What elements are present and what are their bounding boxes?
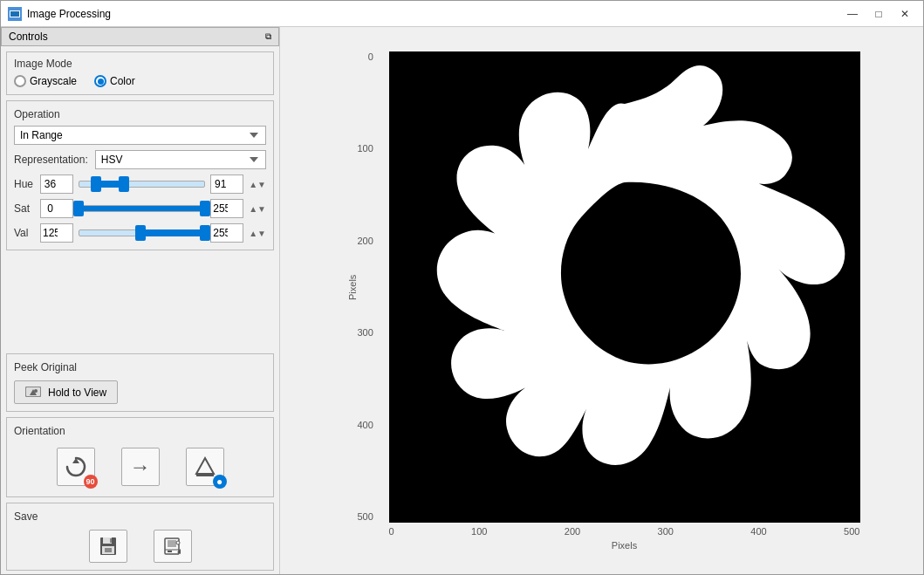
representation-row: Representation: HSV RGB LAB <box>14 150 266 169</box>
x-tick-400: 400 <box>750 526 766 537</box>
peek-label: Peek Original <box>14 361 266 373</box>
window-title: Image Processing <box>27 8 841 20</box>
close-button[interactable]: ✕ <box>893 5 916 23</box>
operation-section: Operation In Range Threshold Edge Detect… <box>6 100 274 250</box>
y-tick-100: 100 <box>358 143 373 154</box>
x-axis-area: 0 100 200 300 400 500 Pixels <box>389 524 860 551</box>
hue-label: Hue <box>14 178 35 190</box>
y-axis-container: Pixels 0 100 200 300 400 500 <box>344 51 387 523</box>
hold-to-view-button[interactable]: Hold to View <box>14 380 118 404</box>
x-tick-0: 0 <box>389 526 394 537</box>
window-controls: — □ ✕ <box>841 5 916 23</box>
controls-collapse-icon[interactable]: ⧉ <box>265 31 271 42</box>
x-tick-300: 300 <box>658 526 674 537</box>
sat-min-input[interactable] <box>40 199 73 218</box>
rotate-badge: 90 <box>84 475 98 489</box>
svg-rect-13 <box>105 548 112 552</box>
x-axis-label: Pixels <box>612 540 637 551</box>
val-min-input[interactable] <box>40 223 73 243</box>
sat-max-input[interactable] <box>210 199 243 218</box>
svg-rect-2 <box>10 11 19 17</box>
grayscale-label: Grayscale <box>30 75 77 87</box>
operation-select[interactable]: In Range Threshold Edge Detection <box>14 126 266 145</box>
x-tick-500: 500 <box>844 526 859 537</box>
title-bar: Image Processing — □ ✕ <box>1 1 923 27</box>
y-tick-500: 500 <box>358 511 373 522</box>
val-row: Val ▲▼ <box>14 223 266 243</box>
controls-title: Controls <box>9 31 48 43</box>
minimize-button[interactable]: — <box>841 5 864 23</box>
svg-rect-16 <box>168 540 176 547</box>
main-window: Image Processing — □ ✕ Controls ⧉ Image … <box>0 0 924 575</box>
x-axis-ticks: 0 100 200 300 400 500 <box>389 524 860 538</box>
save-image-button[interactable] <box>154 530 192 563</box>
window-icon <box>8 7 22 21</box>
hue-slider-track[interactable] <box>79 181 205 188</box>
sat-max-spinner[interactable]: ▲▼ <box>249 204 266 214</box>
svg-point-19 <box>176 541 180 544</box>
val-slider-track[interactable] <box>79 229 205 236</box>
color-radio[interactable]: Color <box>94 75 135 87</box>
peek-icon <box>25 385 41 400</box>
val-max-input[interactable] <box>210 223 243 243</box>
y-tick-200: 200 <box>358 236 373 246</box>
y-tick-0: 0 <box>368 51 373 62</box>
hue-row: Hue ▲▼ <box>14 175 266 194</box>
hold-to-view-label: Hold to View <box>48 387 106 399</box>
peek-section: Peek Original Hold to View <box>6 353 274 412</box>
image-mode-section: Image Mode Grayscale Color <box>6 51 274 95</box>
grayscale-radio[interactable]: Grayscale <box>14 75 77 87</box>
left-panel: Controls ⧉ Image Mode Grayscale Color <box>1 27 280 574</box>
image-mode-label: Image Mode <box>14 58 266 70</box>
save-label: Save <box>14 510 266 523</box>
image-mode-radio-group: Grayscale Color <box>14 75 266 87</box>
y-axis-label: Pixels <box>344 51 358 523</box>
operation-label: Operation <box>14 108 266 120</box>
save-file-button[interactable] <box>89 530 127 563</box>
arrow-icon: → <box>130 455 151 479</box>
save-section: Save <box>6 503 274 571</box>
maximize-button[interactable]: □ <box>867 5 890 23</box>
color-radio-circle <box>94 75 106 87</box>
val-label: Val <box>14 227 35 239</box>
save-buttons <box>14 530 266 563</box>
chart-area: Pixels 0 100 200 300 400 500 <box>344 51 860 551</box>
controls-header: Controls ⧉ <box>1 27 279 46</box>
arrow-button[interactable]: → <box>121 448 160 486</box>
color-label: Color <box>110 75 135 87</box>
main-content: Controls ⧉ Image Mode Grayscale Color <box>1 27 923 574</box>
val-max-spinner[interactable]: ▲▼ <box>249 229 266 238</box>
representation-label: Representation: <box>14 154 88 166</box>
orientation-label: Orientation <box>14 425 266 437</box>
sat-slider-track[interactable] <box>79 205 205 212</box>
image-canvas <box>389 51 860 523</box>
grayscale-radio-circle <box>14 75 26 87</box>
svg-marker-8 <box>196 458 214 474</box>
right-panel: Pixels 0 100 200 300 400 500 <box>280 27 923 574</box>
orientation-buttons: 90 → ● <box>14 444 266 489</box>
hue-max-input[interactable] <box>210 175 243 194</box>
flip-button[interactable]: ● <box>186 448 224 486</box>
sat-row: Sat ▲▼ <box>14 199 266 218</box>
svg-point-6 <box>34 389 38 393</box>
x-tick-100: 100 <box>471 526 487 537</box>
hue-min-input[interactable] <box>40 175 73 194</box>
rotate-button[interactable]: 90 <box>57 448 95 486</box>
y-axis-ticks: 0 100 200 300 400 500 <box>358 51 377 523</box>
splash-svg <box>389 51 860 523</box>
svg-rect-14 <box>110 538 112 543</box>
svg-rect-18 <box>168 551 172 552</box>
chart-with-yaxis: Pixels 0 100 200 300 400 500 <box>344 51 860 523</box>
representation-select[interactable]: HSV RGB LAB <box>95 150 266 169</box>
hue-max-spinner[interactable]: ▲▼ <box>249 180 266 189</box>
x-tick-200: 200 <box>565 526 580 537</box>
orientation-section: Orientation 90 → <box>6 417 274 497</box>
flip-badge: ● <box>213 475 227 489</box>
sat-label: Sat <box>14 202 35 215</box>
y-tick-300: 300 <box>358 327 373 338</box>
y-tick-400: 400 <box>358 420 373 430</box>
